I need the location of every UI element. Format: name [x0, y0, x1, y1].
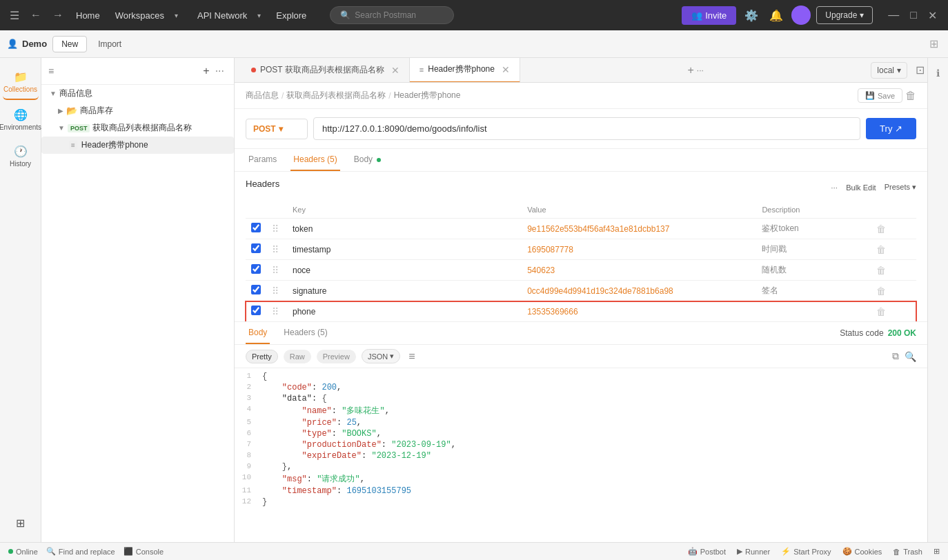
desc-cell: 鉴权token: [756, 219, 871, 239]
tab-close-active-icon[interactable]: ✕: [502, 64, 510, 75]
tab-header-phone[interactable]: ≡ Header携带phone ✕: [410, 58, 520, 83]
delete-button[interactable]: 🗑: [905, 90, 916, 102]
notifications-button[interactable]: 🔔: [767, 6, 786, 25]
row-checkbox[interactable]: [251, 243, 261, 253]
drag-handle[interactable]: ⠿: [272, 244, 279, 255]
postbot-button[interactable]: 🤖 Postbot: [688, 547, 726, 556]
drag-handle[interactable]: ⠿: [272, 265, 279, 276]
tree-sub-request[interactable]: ≡ Header携带phone: [41, 137, 234, 154]
drag-handle[interactable]: ⠿: [272, 306, 279, 317]
row-delete-button[interactable]: 🗑: [876, 223, 886, 234]
layout-icon[interactable]: ⊞: [927, 34, 941, 53]
tab-post-request[interactable]: POST 获取商品列表根据商品名称 ✕: [241, 58, 410, 83]
sidebar-item-history[interactable]: 🕐 History: [3, 139, 39, 173]
sidebar-item-more[interactable]: ⊞: [3, 511, 39, 535]
env-selector[interactable]: local ▾: [871, 62, 907, 79]
avatar[interactable]: [791, 6, 811, 25]
row-delete-button[interactable]: 🗑: [876, 306, 886, 317]
response-body-tab[interactable]: Body: [246, 322, 270, 344]
start-proxy-button[interactable]: ⚡ Start Proxy: [781, 547, 831, 556]
add-collection-button[interactable]: +: [203, 65, 209, 77]
sidebar-icons: 📁 Collections 🌐 Environments 🕐 History ⊞: [0, 58, 41, 542]
maximize-button[interactable]: □: [906, 8, 921, 23]
nav-home[interactable]: Home: [72, 8, 104, 23]
row-checkbox[interactable]: [251, 223, 261, 232]
sidebar-item-collections[interactable]: 📁 Collections: [3, 65, 39, 100]
upgrade-button[interactable]: Upgrade ▾: [816, 6, 873, 24]
settings-grid-button[interactable]: ⊞: [934, 547, 940, 556]
tree-collection-root[interactable]: ▼ 商品信息: [41, 85, 234, 102]
json-selector[interactable]: JSON ▾: [362, 349, 400, 363]
nav-api-network[interactable]: API Network ▾: [189, 5, 269, 26]
headers-tab[interactable]: Headers (5): [290, 149, 339, 171]
breadcrumb-item1[interactable]: 商品信息: [246, 90, 279, 101]
collections-more-button[interactable]: ···: [213, 62, 227, 80]
row-delete-button[interactable]: 🗑: [876, 244, 886, 255]
row-checkbox[interactable]: [251, 264, 261, 274]
key-cell[interactable]: noce: [287, 260, 522, 281]
params-tab[interactable]: Params: [246, 149, 279, 171]
key-cell[interactable]: token: [287, 219, 522, 239]
new-button[interactable]: New: [52, 36, 87, 52]
breadcrumb-item2[interactable]: 获取商品列表根据商品名称: [286, 90, 386, 101]
settings-button[interactable]: ⚙️: [742, 6, 761, 25]
sidebar-toggle-button[interactable]: ⊡: [913, 61, 927, 79]
tab-close-icon[interactable]: ✕: [391, 65, 399, 76]
pretty-button[interactable]: Pretty: [246, 350, 278, 363]
row-checkbox[interactable]: [251, 285, 261, 294]
response-headers-tab[interactable]: Headers (5): [281, 322, 330, 344]
sidebar-item-environments[interactable]: 🌐 Environments: [3, 103, 39, 137]
drag-handle[interactable]: ⠿: [272, 223, 279, 234]
minimize-button[interactable]: —: [884, 8, 903, 23]
three-dots-icon[interactable]: ···: [831, 183, 838, 192]
row-delete-button[interactable]: 🗑: [876, 265, 886, 276]
row-delete-button[interactable]: 🗑: [876, 286, 886, 297]
tree-post-request[interactable]: ▼ POST 获取商品列表根据商品名称: [41, 119, 234, 137]
body-tab[interactable]: Body: [351, 149, 384, 171]
value-cell[interactable]: 0cc4d99e4d9941d19c324de7881b6a98: [522, 281, 756, 301]
search-bar[interactable]: 🔍 Search Postman: [330, 6, 454, 24]
presets-button[interactable]: Presets ▾: [885, 183, 916, 192]
line-content: "timestamp": 1695103155795: [262, 486, 927, 496]
close-button[interactable]: ✕: [924, 8, 941, 23]
runner-button[interactable]: ▶ Runner: [737, 547, 770, 556]
console-button[interactable]: ⬛ Console: [124, 547, 164, 556]
save-button[interactable]: 💾 Save: [858, 88, 902, 103]
search-response-button[interactable]: 🔍: [905, 351, 916, 362]
key-cell[interactable]: phone: [287, 301, 522, 322]
value-cell[interactable]: 1695087778: [522, 239, 756, 260]
trash-button[interactable]: 🗑 Trash: [893, 547, 922, 556]
right-info-button[interactable]: ℹ: [934, 65, 942, 81]
value-cell[interactable]: 540623: [522, 260, 756, 281]
invite-button[interactable]: 👥 Invite: [682, 6, 736, 25]
key-cell[interactable]: signature: [287, 281, 522, 301]
preview-button[interactable]: Preview: [317, 350, 356, 363]
online-status[interactable]: Online: [8, 548, 38, 556]
copy-button[interactable]: ⧉: [892, 350, 899, 362]
try-button[interactable]: Try ↗: [866, 118, 916, 139]
value-cell[interactable]: 9e11562e553b4f56af43a1e81dcbb137: [522, 219, 756, 239]
import-button[interactable]: Import: [92, 37, 127, 52]
tree-folder[interactable]: ▶ 📂 商品库存: [41, 102, 234, 119]
nav-explore[interactable]: Explore: [272, 8, 310, 23]
tab-more-icon[interactable]: ···: [697, 66, 704, 75]
raw-button[interactable]: Raw: [284, 350, 311, 363]
find-replace-button[interactable]: 🔍 Find and replace: [46, 547, 115, 556]
format-bar: Pretty Raw Preview JSON ▾ ≡ ⧉ 🔍: [235, 345, 927, 368]
nav-workspaces[interactable]: Workspaces ▾: [107, 5, 186, 26]
key-cell[interactable]: timestamp: [287, 239, 522, 260]
add-tab-button[interactable]: +: [687, 64, 693, 77]
url-input[interactable]: [313, 117, 860, 140]
wrap-button[interactable]: ≡: [408, 350, 415, 363]
value-cell[interactable]: 13535369666: [522, 301, 756, 322]
drag-handle[interactable]: ⠿: [272, 286, 279, 297]
cookies-button[interactable]: 🍪 Cookies: [842, 547, 882, 556]
main: 📁 Collections 🌐 Environments 🕐 History ⊞…: [0, 58, 948, 542]
forward-button[interactable]: →: [50, 6, 66, 24]
method-selector[interactable]: POST ▾: [246, 119, 308, 139]
menu-button[interactable]: ☰: [7, 6, 22, 25]
environments-icon: 🌐: [14, 108, 28, 121]
row-checkbox[interactable]: [251, 306, 261, 315]
back-button[interactable]: ←: [28, 6, 44, 24]
bulk-edit-button[interactable]: Bulk Edit: [846, 183, 876, 192]
